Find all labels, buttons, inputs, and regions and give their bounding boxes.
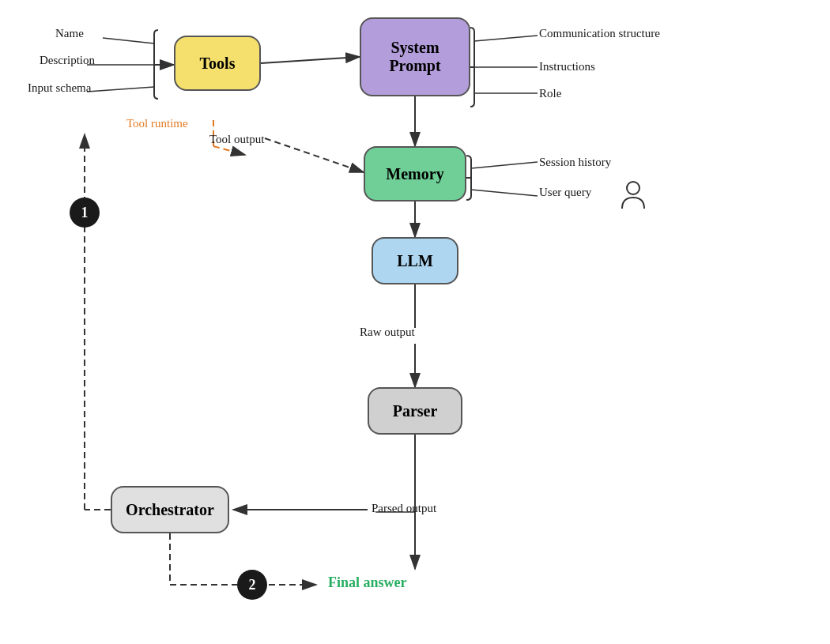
svg-line-15 (213, 146, 245, 155)
input-schema-label: Input schema (28, 81, 91, 95)
user-query-label: User query (539, 186, 591, 199)
raw-output-label: Raw output (360, 326, 415, 339)
communication-structure-label: Communication structure (539, 27, 660, 40)
description-label: Description (40, 54, 95, 67)
role-label: Role (539, 87, 561, 100)
parser-label: Parser (393, 402, 438, 420)
orchestrator-label: Orchestrator (126, 501, 214, 519)
svg-line-3 (261, 57, 360, 63)
memory-label: Memory (386, 165, 443, 183)
svg-line-6 (87, 87, 154, 92)
final-answer-label: Final answer (328, 574, 407, 591)
badge-two: 2 (237, 570, 267, 600)
svg-line-4 (103, 38, 154, 43)
system-prompt-node: System Prompt (360, 17, 470, 96)
user-icon (621, 180, 646, 213)
tool-output-label: Tool output (209, 133, 264, 146)
tools-node: Tools (174, 36, 261, 91)
svg-line-16 (471, 162, 538, 168)
svg-line-13 (265, 138, 364, 172)
system-prompt-label: System Prompt (389, 39, 440, 75)
name-label: Name (55, 27, 84, 40)
svg-point-33 (627, 182, 639, 194)
arrows-svg (0, 0, 830, 644)
svg-line-8 (474, 36, 538, 41)
orchestrator-node: Orchestrator (111, 486, 229, 533)
diagram: Tools System Prompt Memory LLM Parser Or… (0, 0, 830, 644)
tools-label: Tools (200, 55, 236, 73)
parsed-output-label: Parsed output (372, 502, 436, 515)
tool-runtime-label: Tool runtime (126, 117, 188, 130)
memory-node: Memory (364, 146, 466, 201)
instructions-label: Instructions (539, 60, 595, 73)
badge-one: 1 (70, 198, 100, 228)
parser-node: Parser (368, 387, 462, 435)
llm-label: LLM (397, 252, 433, 270)
svg-line-17 (471, 190, 538, 196)
llm-node: LLM (372, 237, 458, 284)
session-history-label: Session history (539, 156, 611, 169)
